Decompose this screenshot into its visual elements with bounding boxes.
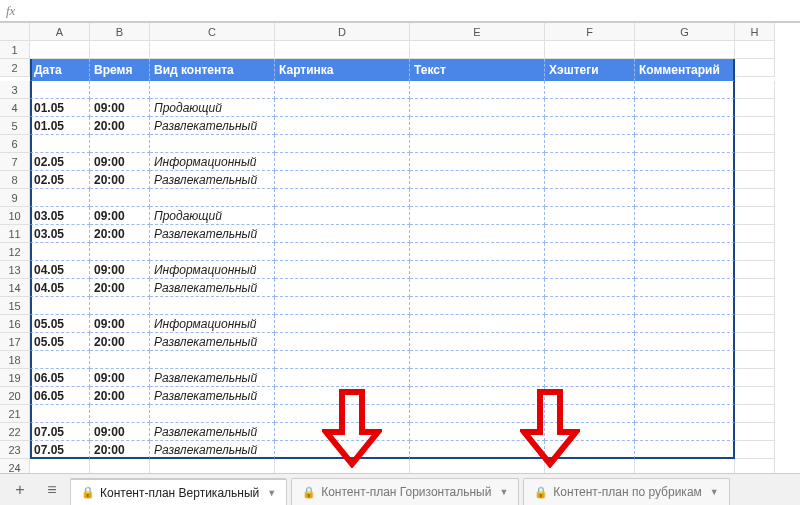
cell[interactable]: [410, 153, 545, 171]
cell[interactable]: [635, 369, 735, 387]
cell[interactable]: [410, 261, 545, 279]
select-all-corner[interactable]: [0, 23, 30, 41]
cell[interactable]: [410, 333, 545, 351]
cell[interactable]: [545, 333, 635, 351]
cell[interactable]: [410, 387, 545, 405]
cell[interactable]: [90, 81, 150, 99]
cell[interactable]: [410, 41, 545, 59]
cell[interactable]: [275, 189, 410, 207]
cell[interactable]: [735, 117, 775, 135]
cell[interactable]: [735, 351, 775, 369]
time-cell[interactable]: 09:00: [90, 369, 150, 387]
cell[interactable]: [545, 153, 635, 171]
cell[interactable]: [545, 405, 635, 423]
header-cell[interactable]: Дата: [30, 59, 90, 81]
cell[interactable]: [150, 297, 275, 315]
header-cell[interactable]: Текст: [410, 59, 545, 81]
column-header[interactable]: H: [735, 23, 775, 41]
date-cell[interactable]: 02.05: [30, 153, 90, 171]
date-cell[interactable]: 07.05: [30, 441, 90, 459]
column-header[interactable]: A: [30, 23, 90, 41]
time-cell[interactable]: 09:00: [90, 315, 150, 333]
type-cell[interactable]: Развлекательный: [150, 369, 275, 387]
cell[interactable]: [735, 225, 775, 243]
row-header[interactable]: 7: [0, 153, 30, 171]
time-cell[interactable]: 09:00: [90, 261, 150, 279]
row-header[interactable]: 11: [0, 225, 30, 243]
cell[interactable]: [635, 423, 735, 441]
column-header[interactable]: B: [90, 23, 150, 41]
spreadsheet-grid[interactable]: ABCDEFGH12ДатаВремяВид контентаКартинкаТ…: [0, 22, 800, 495]
cell[interactable]: [735, 135, 775, 153]
type-cell[interactable]: Развлекательный: [150, 117, 275, 135]
cell[interactable]: [275, 261, 410, 279]
formula-bar[interactable]: fx: [0, 0, 800, 22]
cell[interactable]: [545, 243, 635, 261]
time-cell[interactable]: 20:00: [90, 225, 150, 243]
cell[interactable]: [275, 351, 410, 369]
cell[interactable]: [545, 261, 635, 279]
cell[interactable]: [275, 207, 410, 225]
type-cell[interactable]: Информационный: [150, 153, 275, 171]
header-cell[interactable]: Картинка: [275, 59, 410, 81]
cell[interactable]: [275, 117, 410, 135]
row-header[interactable]: 18: [0, 351, 30, 369]
date-cell[interactable]: 04.05: [30, 261, 90, 279]
cell[interactable]: [410, 297, 545, 315]
time-cell[interactable]: 09:00: [90, 207, 150, 225]
date-cell[interactable]: 02.05: [30, 171, 90, 189]
cell[interactable]: [735, 279, 775, 297]
date-cell[interactable]: 03.05: [30, 207, 90, 225]
cell[interactable]: [410, 99, 545, 117]
cell[interactable]: [410, 117, 545, 135]
cell[interactable]: [275, 297, 410, 315]
cell[interactable]: [150, 135, 275, 153]
cell[interactable]: [545, 297, 635, 315]
header-cell[interactable]: Хэштеги: [545, 59, 635, 81]
cell[interactable]: [410, 315, 545, 333]
cell[interactable]: [150, 41, 275, 59]
cell[interactable]: [150, 405, 275, 423]
cell[interactable]: [410, 81, 545, 99]
cell[interactable]: [635, 243, 735, 261]
row-header[interactable]: 8: [0, 171, 30, 189]
cell[interactable]: [275, 315, 410, 333]
cell[interactable]: [410, 225, 545, 243]
all-sheets-button[interactable]: ≡: [38, 474, 66, 505]
cell[interactable]: [275, 41, 410, 59]
cell[interactable]: [410, 243, 545, 261]
cell[interactable]: [90, 41, 150, 59]
time-cell[interactable]: 09:00: [90, 99, 150, 117]
type-cell[interactable]: Развлекательный: [150, 423, 275, 441]
cell[interactable]: [275, 153, 410, 171]
cell[interactable]: [30, 243, 90, 261]
cell[interactable]: [635, 297, 735, 315]
cell[interactable]: [735, 207, 775, 225]
cell[interactable]: [410, 207, 545, 225]
cell[interactable]: [275, 171, 410, 189]
cell[interactable]: [275, 423, 410, 441]
cell[interactable]: [545, 117, 635, 135]
row-header[interactable]: 13: [0, 261, 30, 279]
cell[interactable]: [635, 279, 735, 297]
column-header[interactable]: E: [410, 23, 545, 41]
date-cell[interactable]: 04.05: [30, 279, 90, 297]
row-header[interactable]: 15: [0, 297, 30, 315]
cell[interactable]: [410, 423, 545, 441]
cell[interactable]: [635, 315, 735, 333]
cell[interactable]: [735, 441, 775, 459]
cell[interactable]: [410, 135, 545, 153]
cell[interactable]: [635, 261, 735, 279]
cell[interactable]: [735, 297, 775, 315]
cell[interactable]: [150, 351, 275, 369]
cell[interactable]: [275, 81, 410, 99]
row-header[interactable]: 14: [0, 279, 30, 297]
date-cell[interactable]: 06.05: [30, 369, 90, 387]
cell[interactable]: [410, 369, 545, 387]
cell[interactable]: [635, 99, 735, 117]
cell[interactable]: [545, 189, 635, 207]
date-cell[interactable]: 01.05: [30, 117, 90, 135]
cell[interactable]: [735, 333, 775, 351]
row-header[interactable]: 6: [0, 135, 30, 153]
type-cell[interactable]: Развлекательный: [150, 171, 275, 189]
